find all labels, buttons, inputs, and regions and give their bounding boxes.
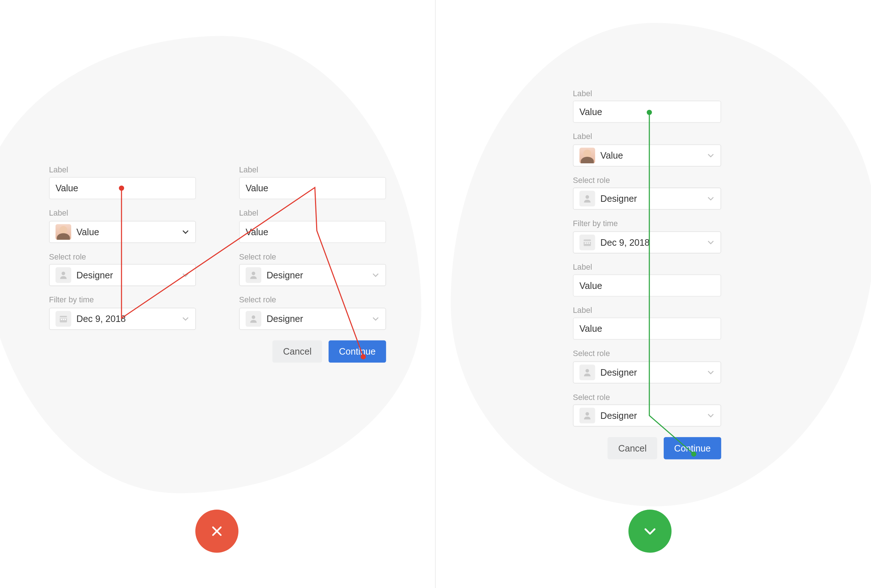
button-label: Continue (674, 443, 711, 454)
calendar-icon (55, 311, 71, 326)
chevron-down-icon (707, 367, 714, 377)
button-label: Cancel (618, 443, 647, 454)
date-select[interactable]: Dec 9, 2018 (49, 307, 196, 329)
field: Label Value (573, 89, 721, 123)
input-value: Value (246, 226, 269, 237)
select-value: Designer (600, 193, 637, 204)
field-label: Label (49, 165, 196, 175)
input-value: Value (579, 107, 602, 117)
select-value: Designer (600, 367, 637, 377)
field-label: Label (573, 305, 721, 315)
chevron-down-icon (707, 237, 714, 248)
person-icon (579, 191, 595, 206)
field: Filter by time Dec 9, 2018 (49, 295, 196, 329)
select-value: Designer (266, 270, 303, 281)
role-select[interactable]: Designer (573, 188, 721, 210)
chevron-down-icon (182, 270, 189, 281)
avatar-select[interactable]: Value (49, 221, 196, 243)
svg-rect-10 (584, 241, 591, 241)
close-icon (210, 524, 224, 539)
field: Label Value (239, 165, 386, 199)
person-icon (246, 268, 261, 283)
field-label: Select role (239, 252, 386, 261)
field: Select role Designer (239, 295, 386, 329)
continue-button[interactable]: Continue (664, 437, 721, 459)
field-label: Label (573, 262, 721, 272)
field: Label Value (49, 165, 196, 199)
input-value: Value (246, 183, 269, 194)
role-select[interactable]: Designer (573, 404, 721, 426)
person-icon (55, 268, 71, 283)
continue-button[interactable]: Continue (328, 340, 386, 362)
avatar-select[interactable]: Value (573, 144, 721, 166)
select-value: Designer (600, 410, 637, 421)
form-column-2: Label Value Label Value Select role (239, 165, 386, 329)
good-example-panel: Label Value Label Value Selec (573, 89, 721, 459)
field-label: Select role (573, 392, 721, 402)
svg-rect-2 (60, 317, 67, 318)
role-select[interactable]: Designer (239, 264, 386, 286)
select-value: Dec 9, 2018 (600, 237, 650, 248)
select-value: Designer (266, 313, 303, 324)
role-select[interactable]: Designer (239, 307, 386, 329)
calendar-icon (579, 234, 595, 250)
chevron-down-icon (182, 226, 189, 237)
svg-rect-3 (61, 319, 62, 320)
person-icon (579, 408, 595, 423)
svg-point-6 (252, 272, 256, 275)
divider (435, 0, 436, 588)
good-badge (629, 510, 672, 553)
date-select[interactable]: Dec 9, 2018 (573, 231, 721, 253)
field-label: Select role (239, 295, 386, 305)
chevron-down-icon (642, 524, 658, 539)
chevron-down-icon (182, 313, 189, 324)
svg-point-8 (585, 195, 589, 199)
svg-point-14 (585, 369, 589, 373)
select-value: Value (600, 150, 623, 161)
text-input[interactable]: Value (573, 274, 721, 296)
field: Label Value (573, 132, 721, 166)
field-label: Filter by time (573, 219, 721, 228)
svg-point-15 (585, 412, 589, 416)
text-input[interactable]: Value (49, 178, 196, 200)
chevron-down-icon (707, 150, 714, 161)
svg-rect-4 (63, 319, 64, 320)
select-value: Value (76, 226, 99, 237)
svg-rect-11 (585, 242, 586, 244)
avatar-icon (55, 224, 71, 239)
svg-point-7 (252, 315, 256, 319)
field-label: Label (239, 209, 386, 218)
input-value: Value (55, 183, 78, 194)
cancel-button[interactable]: Cancel (272, 340, 322, 362)
bad-badge (195, 510, 238, 553)
field: Select role Designer (239, 252, 386, 286)
field: Select role Designer (573, 349, 721, 383)
role-select[interactable]: Designer (573, 361, 721, 383)
text-input[interactable]: Value (573, 317, 721, 340)
input-value: Value (579, 324, 602, 334)
select-value: Designer (76, 270, 113, 281)
bad-example-panel: Label Value Label Value (49, 165, 386, 362)
field: Filter by time Dec 9, 2018 (573, 219, 721, 253)
text-input[interactable]: Value (239, 221, 386, 243)
select-value: Dec 9, 2018 (76, 313, 126, 324)
chevron-down-icon (707, 410, 714, 421)
field: Select role Designer (573, 176, 721, 210)
text-input[interactable]: Value (573, 101, 721, 123)
field-label: Select role (573, 176, 721, 185)
field: Select role Designer (573, 392, 721, 426)
chevron-down-icon (373, 313, 379, 324)
field-label: Select role (573, 349, 721, 359)
cancel-button[interactable]: Cancel (608, 437, 657, 459)
svg-rect-12 (587, 242, 588, 244)
role-select[interactable]: Designer (49, 264, 196, 286)
field-label: Filter by time (49, 295, 196, 305)
chevron-down-icon (707, 193, 714, 204)
person-icon (246, 311, 261, 326)
form-column-1: Label Value Label Value (49, 165, 196, 329)
chevron-down-icon (373, 270, 379, 281)
text-input[interactable]: Value (239, 178, 386, 200)
svg-point-0 (62, 272, 65, 275)
field: Label Value (573, 305, 721, 340)
svg-rect-5 (64, 319, 66, 320)
